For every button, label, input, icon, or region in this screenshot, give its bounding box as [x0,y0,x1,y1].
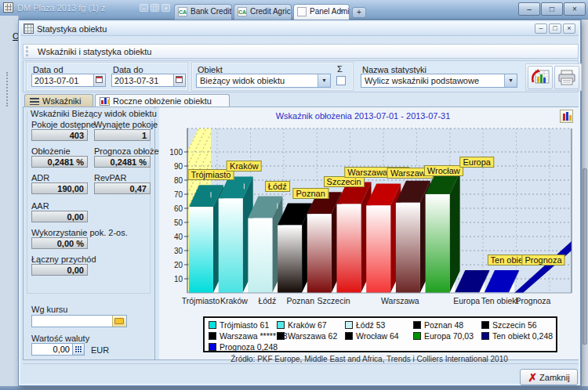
indicator-label: Pokoje dostępne [31,120,96,129]
browser-tab-credit-agricole[interactable]: CA Credit Agricole Ban... [234,4,292,20]
occupancy-3d-chart: 102030405060708090100TrójmiastoKrakówŁód… [159,123,579,312]
legend-swatch [277,321,285,329]
browser-scrollbar-thumb[interactable] [583,168,587,345]
legend-label: Prognoza 0,248 [220,342,278,352]
legend-label: Warszawa 62 [288,331,337,341]
indicator-value: 190,00 [31,182,88,194]
browser-minimize-button[interactable]: – [518,2,540,16]
indicator-value: 0,00 [31,211,88,222]
legend-item: Prognoza 0,248 [209,342,278,352]
background-app-edge [0,16,19,386]
browser-maximize-button[interactable]: □ [541,2,563,16]
legend-swatch [277,332,285,340]
svg-text:Szczecin: Szczecin [318,296,350,305]
legend-label: Wrocław 64 [356,331,399,341]
rate-input-wrap [31,315,127,327]
legend-swatch [481,321,489,329]
svg-text:Poznan: Poznan [286,296,314,305]
legend-swatch [345,321,353,329]
svg-text:Warszawa: Warszawa [381,296,419,305]
browser-tab-panel-admin[interactable]: Panel Administr... × [293,4,350,20]
chart-mini-icon[interactable] [560,110,573,123]
tab-roczne-oblozenie[interactable]: Roczne obłożenie obiektu [95,94,230,107]
chart-report-button[interactable] [528,66,553,89]
svg-text:70: 70 [174,190,183,199]
browser-tab-bank-credit[interactable]: CA Bank Credit Agricol... [174,4,232,20]
app-maximize-button[interactable]: □ [151,4,159,12]
chart-legend: Trójmiasto 61Kraków 67Łódź 53Poznan 48Sz… [203,316,557,352]
indicator-value: 0,47 [94,182,151,194]
app-close-button[interactable]: × [162,4,170,12]
currency-value-input[interactable] [32,345,72,354]
new-tab-button[interactable]: + [352,7,366,18]
dialog-close-button[interactable]: × [563,23,575,34]
filter-toolbar: Data od 2013-07-01 Data do 2013-07-31 Ob… [23,60,579,92]
sigma-checkbox[interactable] [336,76,346,85]
app-minimize-button[interactable]: – [140,4,148,12]
calendar-icon[interactable] [173,74,185,86]
svg-text:Prognoza: Prognoza [516,296,551,305]
page-icon [297,7,307,16]
chevron-down-icon[interactable]: ▼ [318,74,330,87]
indicator-value: 1 [94,129,151,141]
svg-text:80: 80 [174,176,183,185]
rate-input[interactable] [32,316,112,326]
indicators-group-title: Wskaźniki Bieżący widok obiektu [28,109,159,118]
indicator-label: ADR [31,173,49,182]
dialog-footer: ✗ Zamknij [23,363,579,385]
app-title: DM Plaza 2013 fg (1) z [17,3,106,13]
tab-close-icon[interactable]: × [337,7,347,16]
section-gripper [26,46,28,56]
legend-item: Trójmiasto 61 [209,320,269,330]
dialog-title: Statystyka obiektu [37,24,107,34]
currency-input-wrap [31,343,85,356]
section-header: Wskaźniki i statystyka obiektu [23,44,579,59]
svg-text:40: 40 [174,233,183,241]
print-button[interactable] [554,66,579,89]
legend-item: Warszawa ***** 63 [209,331,288,341]
rate-label: Wg kursu [31,305,67,314]
legend-label: Europa 70,03 [424,331,474,341]
legend-label: Kraków 67 [288,320,327,330]
legend-item: Warszawa 62 [277,331,337,341]
svg-text:Europa: Europa [453,296,480,305]
browser-window-controls: – □ × [517,2,586,16]
section-header-label: Wskaźniki i statystyka obiektu [38,47,152,56]
app-titlebar[interactable]: DM Plaza 2013 fg (1) z – □ × [0,0,171,16]
chart-report-icon [530,68,550,87]
svg-text:100: 100 [169,148,183,157]
currency-value-label: Wartość waluty [31,334,89,343]
stat-name-dropdown[interactable]: Wylicz wskaźniki podstawowe ▼ [361,74,517,88]
statistics-dialog: Statystyka obiektu – □ × Wskaźniki i sta… [18,20,581,386]
legend-label: Ten obiekt 0,248 [492,331,553,341]
svg-text:50: 50 [174,218,183,227]
legend-label: Szczecin 56 [492,320,537,330]
object-dropdown[interactable]: Bieżący widok obiektu ▼ [196,74,331,88]
indicator-value: 0,2481 % [31,156,88,168]
date-from-field[interactable]: 2013-07-01 [31,74,106,87]
legend-swatch [481,332,489,340]
app-window-controls: – □ × [140,4,170,12]
indicators-pane: Wskaźniki Bieżący widok obiektu Pokoje d… [24,107,155,359]
legend-swatch [345,332,353,340]
svg-text:60: 60 [174,204,183,213]
tab-wskazniki[interactable]: Wskaźniki [24,94,93,107]
dialog-maximize-button[interactable]: □ [549,23,561,34]
calculator-icon[interactable] [72,344,84,355]
calendar-icon[interactable] [93,74,105,86]
chevron-down-icon[interactable]: ▼ [504,74,517,87]
svg-text:30: 30 [174,247,183,255]
date-to-field[interactable]: 2013-07-31 [111,74,186,87]
red-x-icon: ✗ [528,372,537,383]
legend-item: Łódź 53 [345,320,385,330]
legend-label: Trójmiasto 61 [220,320,269,330]
close-dialog-button[interactable]: ✗ Zamknij [520,369,578,385]
dialog-window-controls: – □ × [535,23,575,34]
legend-item: Szczecin 56 [481,320,537,330]
folder-icon[interactable] [112,316,126,327]
browser-close-button[interactable]: × [564,2,586,16]
dialog-minimize-button[interactable]: – [535,23,547,34]
dialog-titlebar[interactable]: Statystyka obiektu – □ × [20,22,579,36]
toolbar-buttons-panel [525,63,582,91]
indicator-value: 0,2481 % [94,156,151,168]
